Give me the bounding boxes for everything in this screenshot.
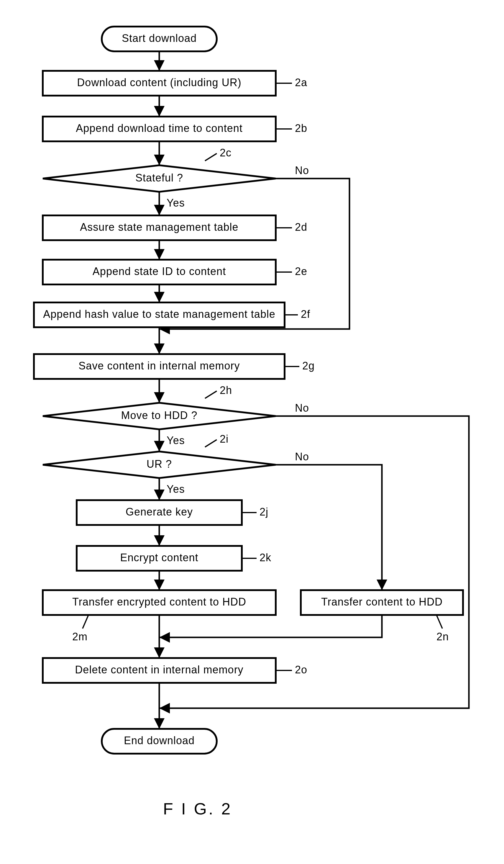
label-tick	[205, 154, 217, 161]
label-tick	[437, 615, 442, 628]
process-2e: Append state ID to content 2e	[43, 260, 307, 285]
process-2d-label: 2d	[295, 221, 307, 233]
process-2n-label: 2n	[437, 631, 449, 643]
decision-2c-no: No	[295, 164, 309, 177]
process-2b-label: 2b	[295, 122, 307, 134]
terminator-end: End download	[102, 729, 217, 754]
label-tick	[205, 391, 217, 398]
process-2b: Append download time to content 2b	[43, 117, 307, 141]
decision-2c-label: 2c	[220, 147, 232, 159]
decision-2c-text: Stateful ?	[135, 172, 183, 184]
decision-2h-text: Move to HDD ?	[121, 409, 197, 421]
process-2b-text: Append download time to content	[76, 122, 243, 134]
process-2j-label: 2j	[259, 506, 268, 518]
process-2m-label: 2m	[72, 631, 88, 643]
process-2j: Generate key 2j	[77, 500, 268, 525]
process-2k-text: Encrypt content	[120, 552, 198, 564]
decision-2i-no: No	[295, 451, 309, 463]
decision-2i-yes: Yes	[167, 483, 185, 495]
process-2f-text: Append hash value to state management ta…	[43, 308, 275, 320]
process-2o-text: Delete content in internal memory	[75, 664, 243, 676]
connector-no-2i	[276, 465, 382, 590]
process-2f-label: 2f	[301, 308, 310, 320]
terminator-start: Start download	[102, 26, 217, 51]
decision-2h-no: No	[295, 402, 309, 414]
process-2a: Download content (including UR) 2a	[43, 71, 307, 96]
flowchart: Start download Download content (includi…	[0, 0, 504, 864]
process-2f: Append hash value to state management ta…	[34, 302, 310, 327]
decision-2h-label: 2h	[220, 384, 232, 396]
terminator-end-label: End download	[124, 734, 195, 746]
decision-2h-yes: Yes	[167, 434, 185, 446]
process-2e-text: Append state ID to content	[93, 265, 226, 277]
decision-2c-yes: Yes	[167, 197, 185, 209]
connector-2n-merge	[159, 615, 382, 637]
process-2o: Delete content in internal memory 2o	[43, 658, 307, 683]
process-2m-text: Transfer encrypted content to HDD	[72, 596, 246, 608]
process-2n-text: Transfer content to HDD	[321, 596, 443, 608]
decision-2i-label: 2i	[220, 433, 229, 445]
figure-caption: F I G. 2	[163, 800, 232, 818]
decision-2i-text: UR ?	[147, 458, 172, 470]
label-tick	[83, 615, 88, 628]
process-2o-label: 2o	[295, 664, 307, 676]
process-2g: Save content in internal memory 2g	[34, 354, 315, 379]
process-2g-text: Save content in internal memory	[78, 360, 240, 372]
process-2k-label: 2k	[259, 552, 271, 564]
process-2d: Assure state management table 2d	[43, 215, 307, 240]
process-2a-label: 2a	[295, 76, 307, 88]
process-2e-label: 2e	[295, 265, 307, 277]
process-2k: Encrypt content 2k	[77, 546, 271, 571]
process-2g-label: 2g	[302, 360, 315, 372]
process-2d-text: Assure state management table	[80, 221, 238, 233]
label-tick	[205, 440, 217, 447]
process-2a-text: Download content (including UR)	[77, 76, 241, 88]
terminator-start-label: Start download	[122, 32, 197, 44]
process-2j-text: Generate key	[126, 506, 193, 518]
